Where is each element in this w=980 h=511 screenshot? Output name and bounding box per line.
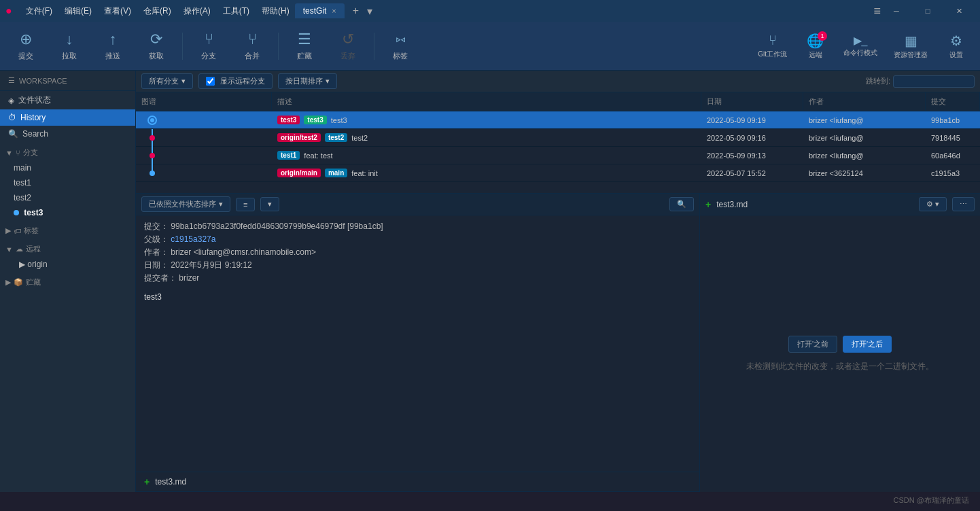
show-remote-label[interactable]: 显示远程分支 xyxy=(198,73,273,89)
new-tab-arrow[interactable]: ▾ xyxy=(364,3,375,19)
push-label: 推送 xyxy=(105,51,120,61)
open-before-button[interactable]: 打开'之前 xyxy=(788,336,837,353)
app-logo: ● xyxy=(5,5,12,17)
file-diff-toolbar: + test3.md ⚙ ▾ ⋯ xyxy=(700,194,980,215)
svg-point-1 xyxy=(150,118,154,122)
open-after-button[interactable]: 打开'之后 xyxy=(843,336,892,353)
commit-row-3[interactable]: origin/main main feat: init 2022-05-07 1… xyxy=(136,164,980,182)
diff-settings-button[interactable]: ⚙ ▾ xyxy=(919,197,947,211)
commit-hash-line: 提交： 99ba1cb6793a23f0fedd0486309799b9e469… xyxy=(144,221,691,232)
close-button[interactable]: ✕ xyxy=(943,0,975,22)
menu-repo[interactable]: 仓库(R) xyxy=(138,3,177,20)
discard-button[interactable]: ↺ 丢弃 xyxy=(328,28,368,64)
commit-hash-0: 99ba1cb xyxy=(931,116,960,124)
remotes-label: 远程 xyxy=(26,244,41,254)
branch-tag-local-test2: test2 xyxy=(325,133,347,142)
header-author: 作者 xyxy=(803,92,926,111)
branches-collapse-icon: ▼ xyxy=(5,149,13,157)
search-button[interactable]: 🔍 xyxy=(669,197,694,211)
file-name: test3.md xyxy=(155,477,186,487)
menu-edit[interactable]: 编辑(E) xyxy=(59,3,97,20)
author-cell-1: brizer <liufang@ xyxy=(803,134,926,142)
gitflow-button[interactable]: ⑂ Git工作流 xyxy=(751,30,794,62)
branches-section[interactable]: ▼ ⑂ 分支 xyxy=(0,142,135,160)
graph-svg-3 xyxy=(139,164,261,182)
menu-view[interactable]: 查看(V) xyxy=(99,3,137,20)
date-line: 日期： 2022年5月9日 9:19:12 xyxy=(144,260,691,271)
commit-row-2[interactable]: test1 feat: test 2022-05-09 09:13 brizer… xyxy=(136,147,980,164)
sort-button[interactable]: 按日期排序 ▾ xyxy=(278,73,337,89)
fetch-button[interactable]: ⟳ 获取 xyxy=(136,28,177,64)
search-label: Search xyxy=(22,129,48,139)
show-remote-checkbox[interactable] xyxy=(206,77,215,86)
settings-button[interactable]: ⚙ 设置 xyxy=(937,30,975,63)
remotes-section[interactable]: ▼ ☁ 远程 xyxy=(0,239,135,257)
menu-file[interactable]: 文件(F) xyxy=(20,3,58,20)
terminal-button[interactable]: ▶_ 命令行模式 xyxy=(837,31,884,60)
history-label: History xyxy=(20,113,46,122)
commit-msg-2: feat: test xyxy=(304,152,332,160)
commit-author-0: brizer <liufang@ xyxy=(809,116,864,124)
explorer-button[interactable]: ▦ 资源管理器 xyxy=(887,30,934,63)
fetch-icon: ⟳ xyxy=(150,31,162,48)
pull-icon: ↓ xyxy=(66,31,73,48)
tags-section[interactable]: ▶ 🏷 标签 xyxy=(0,220,135,239)
branch-test2[interactable]: test2 xyxy=(0,190,135,205)
commit-button[interactable]: ⊕ 提交 xyxy=(5,28,46,64)
current-tab[interactable]: testGit × xyxy=(295,3,345,18)
push-button[interactable]: ↑ 推送 xyxy=(92,28,133,64)
author-prefix: 作者： xyxy=(144,247,169,257)
branch-test1[interactable]: test1 xyxy=(0,175,135,190)
tab-name: testGit xyxy=(303,6,327,16)
remote-button[interactable]: 🌐 1 远端 xyxy=(797,30,834,63)
branch-test3[interactable]: test3 xyxy=(0,205,135,220)
sidebar-item-history[interactable]: ⏱ History xyxy=(0,109,135,126)
tab-close-button[interactable]: × xyxy=(332,7,336,15)
no-change-message: 未检测到此文件的改变，或者这是一个二进制文件。 xyxy=(746,361,934,372)
commit-date-1: 2022-05-09 09:16 xyxy=(707,134,766,142)
branch-tag-local-test3: test3 xyxy=(304,116,326,124)
hamburger-menu[interactable]: ≡ xyxy=(873,4,881,18)
parent-hash-link[interactable]: c1915a327a xyxy=(171,234,215,244)
date-cell-2: 2022-05-09 09:13 xyxy=(701,152,803,160)
branch-button[interactable]: ⑂ 分支 xyxy=(188,28,229,64)
commit-row-0[interactable]: test3 test3 test3 2022-05-09 09:19 brize… xyxy=(136,111,980,129)
sort-arrow: ▾ xyxy=(326,77,330,86)
diff-action-buttons: 打开'之前 打开'之后 xyxy=(788,336,892,353)
date-prefix: 日期： xyxy=(144,260,169,270)
view-toggle-button-2[interactable]: ▾ xyxy=(260,197,279,211)
view-toggle-button[interactable]: ≡ xyxy=(236,198,255,211)
main-toolbar: ⊕ 提交 ↓ 拉取 ↑ 推送 ⟳ 获取 ⑂ 分支 ⑂ 合并 ☰ 贮藏 ↺ 丢弃 … xyxy=(0,22,980,71)
stash-button[interactable]: ☰ 贮藏 xyxy=(284,28,325,64)
commit-rows-container: test3 test3 test3 2022-05-09 09:19 brize… xyxy=(136,111,980,193)
history-icon: ⏱ xyxy=(8,113,16,122)
new-tab-button[interactable]: + xyxy=(350,3,362,19)
remote-badge: 1 xyxy=(818,31,827,41)
sidebar-item-search[interactable]: 🔍 Search xyxy=(0,126,135,142)
graph-cell-0 xyxy=(136,111,272,129)
commit-hash-3: c1915a3 xyxy=(931,169,960,177)
menu-action[interactable]: 操作(A) xyxy=(178,3,216,20)
branch-filter-button[interactable]: 所有分支 ▾ xyxy=(141,73,193,89)
stash-icon: ☰ xyxy=(298,31,311,48)
sidebar-item-filestatus[interactable]: ◈ 文件状态 xyxy=(0,91,135,109)
commit-details-toolbar: 已依照文件状态排序 ▾ ≡ ▾ 🔍 xyxy=(136,194,699,215)
maximize-button[interactable]: □ xyxy=(912,0,943,22)
branch-main[interactable]: main xyxy=(0,160,135,175)
pull-label: 拉取 xyxy=(62,51,77,61)
merge-button[interactable]: ⑂ 合并 xyxy=(232,28,273,64)
tag-button[interactable]: ⑅ 标签 xyxy=(380,28,421,64)
stash-section[interactable]: ▶ 📦 贮藏 xyxy=(0,272,135,290)
menu-help[interactable]: 帮助(H) xyxy=(256,3,295,20)
commit-row-1[interactable]: origin/test2 test2 test2 2022-05-09 09:1… xyxy=(136,129,980,147)
menu-tools[interactable]: 工具(T) xyxy=(217,3,255,20)
jump-input[interactable] xyxy=(893,75,975,88)
commit-file-item-0[interactable]: + test3.md xyxy=(136,472,699,492)
header-graph: 图谱 xyxy=(136,92,272,111)
remote-origin[interactable]: ▶ origin xyxy=(0,257,135,272)
submitter-line: 提交者： brizer xyxy=(144,272,691,284)
file-sort-button[interactable]: 已依照文件状态排序 ▾ xyxy=(141,196,230,212)
minimize-button[interactable]: ─ xyxy=(881,0,912,22)
diff-more-button[interactable]: ⋯ xyxy=(952,197,975,211)
pull-button[interactable]: ↓ 拉取 xyxy=(49,28,90,64)
